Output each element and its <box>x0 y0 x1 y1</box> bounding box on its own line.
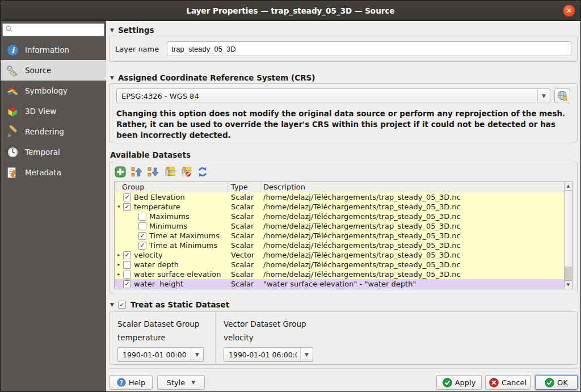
table-row[interactable]: water depth Scalar /home/delazj/Téléchar… <box>115 260 564 269</box>
scalar-time-select[interactable]: 1990-01-01 00:00:00 ▼ <box>117 347 204 362</box>
vertical-scrollbar[interactable]: ▲ ▼ <box>564 182 572 289</box>
sidebar-item-symbology[interactable]: Symbology <box>1 81 106 101</box>
row-checkbox[interactable] <box>123 193 131 201</box>
crs-group: EPSG:4326 - WGS 84 ▼ Changing this op <box>109 83 578 142</box>
crs-title: Assigned Coordinate Reference System (CR… <box>118 73 315 82</box>
cancel-button[interactable]: Cancel <box>485 375 531 390</box>
scalar-time-value: 1990-01-01 00:00:00 <box>123 351 187 359</box>
dataset-name: Time at Minimums <box>149 241 217 250</box>
dataset-name: water surface elevation <box>134 269 221 279</box>
table-row[interactable]: temperature Scalar /home/delazj/Téléchar… <box>115 202 564 212</box>
svg-text:?: ? <box>120 380 123 386</box>
dataset-name: water depth <box>134 260 179 269</box>
dataset-type: Scalar <box>228 202 260 212</box>
scalar-dataset-column: Scalar Dataset Group temperature 1990-01… <box>110 312 215 364</box>
collapse-arrow-icon[interactable]: ▼ <box>110 302 114 307</box>
source-panel: ▼ Settings Layer name ▼ Assigned Coordin… <box>106 21 580 391</box>
layer-properties-dialog: Layer Properties — trap_steady_05_3D — S… <box>0 0 581 392</box>
static-dataset-group: Scalar Dataset Group temperature 1990-01… <box>109 311 578 365</box>
scrollbar-thumb[interactable] <box>565 191 572 267</box>
sidebar-item-source[interactable]: Source <box>1 60 106 81</box>
chevron-down-icon: ▼ <box>537 89 550 103</box>
help-button[interactable]: ? Help <box>110 375 153 390</box>
table-row[interactable]: Time at Maximums Scalar /home/delazj/Tél… <box>115 231 564 241</box>
crs-section-header[interactable]: ▼ Assigned Coordinate Reference System (… <box>110 73 315 82</box>
sidebar-item-3d-view[interactable]: 3D View <box>1 101 106 121</box>
datasets-table-header[interactable]: Group Type Description <box>115 182 572 192</box>
datasets-table: Group Type Description Bed Elevation Sca… <box>114 182 572 289</box>
sidebar-item-information[interactable]: i Information <box>1 40 106 60</box>
crs-select[interactable]: EPSG:4326 - WGS 84 ▼ <box>116 88 550 103</box>
window-title: Layer Properties — trap_steady_05_3D — S… <box>186 6 394 15</box>
titlebar[interactable]: Layer Properties — trap_steady_05_3D — S… <box>1 1 580 21</box>
search-input[interactable] <box>15 26 102 34</box>
datasets-toolbar <box>114 165 572 179</box>
collapse-arrow-icon[interactable]: ▼ <box>110 75 114 81</box>
sidebar-item-label: Information <box>25 45 69 54</box>
table-row[interactable]: Bed Elevation Scalar /home/delazj/Téléch… <box>115 192 564 202</box>
row-checkbox[interactable] <box>123 261 131 269</box>
scroll-down-icon[interactable]: ▼ <box>565 280 572 289</box>
cancel-x-icon <box>489 378 499 387</box>
static-dataset-header[interactable]: ▼ Treat as Static Dataset <box>110 300 229 309</box>
layer-name-input[interactable] <box>167 41 571 56</box>
dataset-description: /home/delazj/Téléchargements/trap_steady… <box>260 202 564 212</box>
vector-time-select[interactable]: 1990-01-01 06:00:00 ▼ <box>224 347 313 362</box>
column-header-group[interactable]: Group <box>115 182 228 192</box>
dataset-description: /home/delazj/Téléchargements/trap_steady… <box>260 260 564 269</box>
collapse-arrow-icon[interactable]: ▼ <box>110 27 114 33</box>
column-header-type[interactable]: Type <box>228 182 260 192</box>
check-all-button[interactable] <box>163 166 176 178</box>
row-checkbox[interactable] <box>123 203 131 211</box>
select-crs-button[interactable] <box>554 88 570 103</box>
table-row[interactable]: Minimums Scalar /home/delazj/Téléchargem… <box>115 221 564 231</box>
scroll-up-icon[interactable]: ▲ <box>565 182 572 191</box>
column-header-description[interactable]: Description <box>260 182 572 192</box>
expand-all-button[interactable] <box>147 166 159 178</box>
style-button[interactable]: Style ▼ <box>157 375 205 390</box>
sidebar-item-label: Temporal <box>25 147 60 157</box>
row-checkbox[interactable] <box>123 251 131 259</box>
add-dataset-button[interactable] <box>114 166 127 178</box>
table-row[interactable]: Time at Minimums Scalar /home/delazj/Tél… <box>115 241 564 250</box>
expander-icon[interactable] <box>115 269 123 279</box>
row-checkbox[interactable] <box>138 213 146 221</box>
crs-note: Changing this option does not modify the… <box>116 108 570 141</box>
row-checkbox[interactable] <box>138 242 146 250</box>
row-checkbox[interactable] <box>138 232 146 240</box>
apply-button[interactable]: Apply <box>436 375 482 390</box>
refresh-button[interactable] <box>196 166 209 178</box>
dataset-name: velocity <box>134 250 163 260</box>
chevron-down-icon: ▼ <box>191 348 203 361</box>
close-button[interactable]: ✕ <box>563 5 575 17</box>
collapse-all-button[interactable] <box>130 166 143 178</box>
table-row[interactable]: velocity Vector /home/delazj/Téléchargem… <box>115 250 564 260</box>
expander-icon[interactable] <box>115 202 123 212</box>
settings-section-header[interactable]: ▼ Settings <box>110 26 154 35</box>
sidebar-item-label: 3D View <box>25 107 56 116</box>
uncheck-all-button[interactable] <box>180 166 192 178</box>
sidebar-item-rendering[interactable]: Rendering <box>1 121 106 142</box>
dataset-description: /home/delazj/Téléchargements/trap_steady… <box>260 269 564 279</box>
row-checkbox[interactable] <box>123 280 131 288</box>
footer-divider <box>108 368 578 369</box>
search-icon <box>5 24 13 35</box>
row-checkbox[interactable] <box>138 222 146 230</box>
row-checkbox[interactable] <box>123 271 131 279</box>
table-row[interactable]: water height Scalar "water surface eleva… <box>115 279 564 289</box>
expander-icon[interactable] <box>115 260 123 269</box>
sidebar-item-label: Source <box>25 66 51 75</box>
expander-icon[interactable] <box>115 250 123 260</box>
sidebar-search[interactable] <box>2 23 104 36</box>
table-row[interactable]: Maximums Scalar /home/delazj/Téléchargem… <box>115 212 564 221</box>
settings-title: Settings <box>118 26 154 35</box>
sidebar-item-metadata[interactable]: Metadata <box>1 162 106 183</box>
layer-name-label: Layer name <box>115 45 159 53</box>
cube-3d-icon <box>6 104 19 118</box>
static-dataset-checkbox[interactable] <box>118 301 126 309</box>
help-icon: ? <box>117 378 126 387</box>
dataset-description: /home/delazj/Téléchargements/trap_steady… <box>260 212 564 221</box>
table-row[interactable]: water surface elevation Scalar /home/del… <box>115 269 564 279</box>
ok-button[interactable]: OK <box>535 375 578 390</box>
sidebar-item-temporal[interactable]: Temporal <box>1 142 106 162</box>
